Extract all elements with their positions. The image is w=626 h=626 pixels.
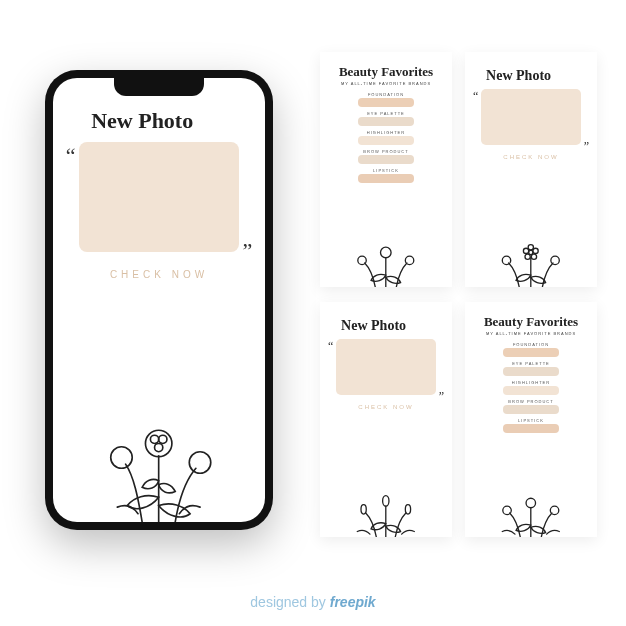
template-card-newphoto-2[interactable]: New Photo “ ” CHECK NOW	[320, 302, 452, 537]
svg-point-6	[381, 247, 392, 258]
swatch	[358, 136, 414, 145]
open-quote-icon: “	[328, 343, 333, 349]
swatch-item: HIGHLIGHTER	[358, 130, 414, 145]
flowers-icon	[478, 234, 584, 287]
svg-point-10	[528, 245, 533, 250]
template-card-beauty-2[interactable]: Beauty Favorites MY ALL-TIME FAVORITE BR…	[465, 302, 597, 537]
card-title: Beauty Favorites	[465, 302, 597, 330]
swatch-item: BROW PRODUCT	[358, 149, 414, 164]
swatch	[503, 424, 559, 433]
design-canvas: New Photo “ ” CHECK NOW	[0, 0, 626, 626]
photo-placeholder-row: “ ”	[465, 89, 597, 145]
swatch	[358, 174, 414, 183]
card-title: New Photo	[320, 302, 452, 334]
photo-placeholder-row: “ ”	[320, 339, 452, 395]
photo-placeholder[interactable]	[79, 142, 239, 252]
swatch-list: FOUNDATION EYE PALETTE HIGHLIGHTER BROW …	[465, 342, 597, 433]
swatch	[358, 98, 414, 107]
photo-placeholder	[481, 89, 582, 145]
swatch-item: BROW PRODUCT	[503, 399, 559, 414]
attribution: designed by freepik	[0, 594, 626, 610]
svg-point-12	[532, 254, 537, 259]
phone-screen: New Photo “ ” CHECK NOW	[53, 78, 265, 522]
swatch-list: FOUNDATION EYE PALETTE HIGHLIGHTER BROW …	[320, 92, 452, 183]
floral-illustration	[320, 484, 452, 537]
svg-point-22	[551, 506, 559, 514]
flowers-icon	[333, 234, 439, 287]
card-subtitle: MY ALL-TIME FAVORITE BRANDS	[465, 331, 597, 336]
svg-point-3	[155, 443, 163, 451]
phone-notch	[114, 78, 204, 96]
cta-label: CHECK NOW	[465, 154, 597, 160]
svg-point-14	[524, 248, 529, 253]
svg-point-7	[358, 256, 366, 264]
svg-point-4	[111, 447, 132, 468]
swatch	[503, 367, 559, 376]
flowers-icon	[76, 398, 241, 522]
svg-point-5	[190, 452, 211, 473]
close-quote-icon: ”	[439, 393, 444, 399]
swatch-item: FOUNDATION	[503, 342, 559, 357]
svg-point-21	[503, 506, 511, 514]
swatch-item: HIGHLIGHTER	[503, 380, 559, 395]
svg-point-2	[159, 435, 167, 443]
svg-point-1	[151, 435, 159, 443]
svg-point-16	[551, 256, 559, 264]
svg-point-11	[533, 248, 538, 253]
floral-illustration	[465, 484, 597, 537]
swatch	[503, 405, 559, 414]
svg-point-8	[406, 256, 414, 264]
svg-point-13	[525, 254, 530, 259]
open-quote-icon: “	[66, 150, 76, 161]
template-card-newphoto-1[interactable]: New Photo “ ” CHECK NOW	[465, 52, 597, 287]
swatch	[503, 386, 559, 395]
close-quote-icon: ”	[584, 143, 589, 149]
photo-placeholder-row: “ ”	[53, 142, 265, 252]
open-quote-icon: “	[473, 93, 478, 99]
floral-illustration	[320, 234, 452, 287]
cta-button[interactable]: CHECK NOW	[53, 269, 265, 280]
swatch-item: EYE PALETTE	[503, 361, 559, 376]
swatch-item: FOUNDATION	[358, 92, 414, 107]
svg-point-20	[526, 498, 536, 508]
phone-mockup: New Photo “ ” CHECK NOW	[45, 70, 273, 530]
floral-illustration	[465, 234, 597, 287]
swatch-item: LIPSTICK	[358, 168, 414, 183]
attribution-prefix: designed by	[250, 594, 329, 610]
template-card-beauty-1[interactable]: Beauty Favorites MY ALL-TIME FAVORITE BR…	[320, 52, 452, 287]
card-subtitle: MY ALL-TIME FAVORITE BRANDS	[320, 81, 452, 86]
svg-point-19	[406, 505, 411, 515]
svg-point-18	[361, 505, 366, 515]
swatch	[358, 155, 414, 164]
attribution-brand[interactable]: freepik	[330, 594, 376, 610]
swatch	[358, 117, 414, 126]
svg-point-17	[383, 496, 389, 507]
card-title: Beauty Favorites	[320, 52, 452, 80]
cta-label: CHECK NOW	[320, 404, 452, 410]
swatch	[503, 348, 559, 357]
card-title: New Photo	[465, 52, 597, 84]
flowers-icon	[478, 484, 584, 537]
flowers-icon	[333, 484, 439, 537]
close-quote-icon: ”	[243, 245, 253, 256]
swatch-item: EYE PALETTE	[358, 111, 414, 126]
swatch-item: LIPSTICK	[503, 418, 559, 433]
photo-placeholder	[336, 339, 437, 395]
floral-illustration	[53, 398, 265, 522]
svg-point-15	[502, 256, 510, 264]
